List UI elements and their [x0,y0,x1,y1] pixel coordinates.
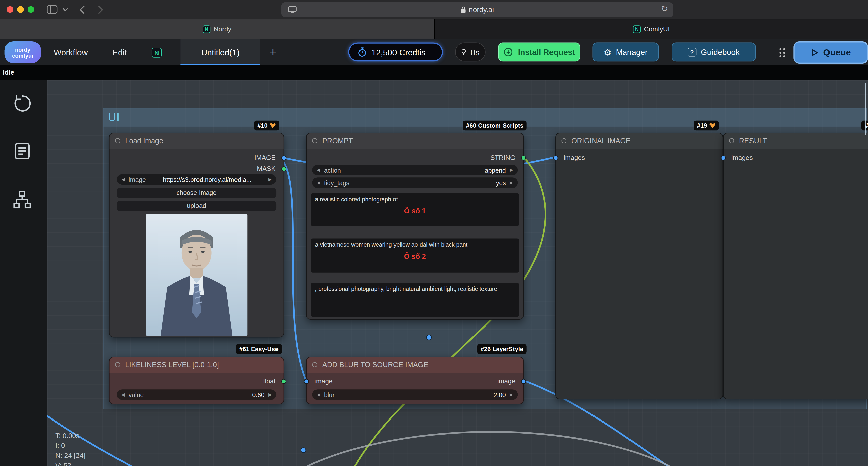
timer-pill[interactable]: 0s [455,42,486,61]
manager-label: Manager [616,47,648,56]
textarea-text: , professional photography, bright natur… [315,285,515,293]
manager-button[interactable]: ⚙ Manager [592,42,659,61]
guidebook-label: Guidebook [701,47,740,56]
node-order-badge: #10 [254,121,279,131]
collapse-dot-icon[interactable] [115,138,120,143]
node-add-blur[interactable]: ADD BLUR TO SOURCE IMAGE image image ◀ b… [306,357,524,404]
input-slot-images[interactable] [553,155,558,160]
node-header[interactable]: ORIGINAL IMAGE [556,133,722,149]
collapse-dot-icon[interactable] [729,138,734,143]
workflow-tab-untitled[interactable]: Untitled(1) [180,39,260,65]
image-path-widget[interactable]: ◀ image https://s3.prod.nordy.ai/media..… [117,174,276,185]
arrow-right-icon[interactable]: ▶ [510,392,513,397]
node-likeliness-level[interactable]: LIKELINESS LEVEL [0.0-1.0] float ◀ value… [109,357,284,404]
input-slot-image[interactable] [304,379,309,384]
address-bar[interactable]: nordy.ai ↻ [281,2,673,17]
output-slot-float[interactable] [281,379,286,384]
workflow-graph-icon[interactable] [11,190,33,210]
input-slot-images[interactable] [721,155,726,160]
collapse-dot-icon[interactable] [312,138,317,143]
node-header[interactable]: LIKELINESS LEVEL [0.0-1.0] [110,358,283,373]
action-widget[interactable]: ◀ action append ▶ [312,165,518,175]
node-original-image[interactable]: ORIGINAL IMAGE images [555,133,723,399]
node-header[interactable]: ADD BLUR TO SOURCE IMAGE [307,358,523,373]
tab-nordy[interactable]: N Nordy [0,19,434,39]
node-title: Load Image [125,133,163,149]
nordy-comfyui-logo[interactable]: nordy comfyui [4,41,41,63]
output-label-mask: MASK [257,164,276,173]
node-load-image[interactable]: Load Image IMAGE MASK ◀ image https://s3… [109,133,284,337]
arrow-left-icon[interactable]: ◀ [121,392,125,397]
menu-edit[interactable]: Edit [113,39,127,65]
node-order-badge: #26 LayerStyle [477,344,527,354]
arrow-left-icon[interactable]: ◀ [317,180,320,185]
lock-icon [460,6,466,13]
arrow-right-icon[interactable]: ▶ [510,168,513,173]
value-widget[interactable]: ◀ value 0.60 ▶ [117,389,276,400]
back-button[interactable] [79,5,85,14]
add-workflow-tab-button[interactable]: + [270,39,277,65]
widget-label: value [129,391,144,398]
output-label-image: image [497,377,516,386]
collapse-dot-icon[interactable] [312,362,317,367]
collapse-dot-icon[interactable] [115,362,120,367]
close-window-button[interactable] [6,6,13,12]
image-preview[interactable] [146,214,248,336]
slot-marker-2: Ô số 2 [315,253,515,260]
prompt-textarea-3[interactable]: , professional photography, bright natur… [311,282,519,317]
tab-label: ComfyUI [644,25,670,33]
upload-button[interactable]: upload [117,201,276,211]
history-icon[interactable] [11,94,33,113]
output-slot-mask[interactable] [281,166,286,171]
chevron-down-icon[interactable] [63,8,68,11]
grid-handle-icon[interactable] [779,48,785,57]
output-slot-image[interactable] [521,379,526,384]
node-canvas[interactable]: UI Load Image IMAGE MASK [47,80,868,466]
canvas-stats: T: 0.00s I: 0 N: 24 [24] V: 52 [55,431,85,466]
choose-image-button[interactable]: choose Image [117,188,276,198]
tab-comfyui[interactable]: N ComfyUI [434,19,868,39]
output-slot-image[interactable] [281,155,286,160]
node-header[interactable]: RESULT [723,133,868,149]
display-icon[interactable] [288,6,297,13]
arrow-left-icon[interactable]: ◀ [121,177,125,182]
widget-label: action [324,167,341,173]
node-title: PROMPT [322,133,353,149]
prompt-textarea-1[interactable]: a realistic colored photograph of Ô số 1 [311,193,519,226]
tidy-tags-widget[interactable]: ◀ tidy_tags yes ▶ [312,177,518,188]
log-document-icon[interactable] [11,141,33,161]
install-request-button[interactable]: Install Request [498,42,580,61]
queue-button[interactable]: Queue [793,41,868,64]
arrow-left-icon[interactable]: ◀ [317,392,320,397]
guidebook-button[interactable]: ? Guidebook [672,42,755,61]
active-tab-underline [180,64,260,65]
arrow-right-icon[interactable]: ▶ [510,180,513,185]
minimize-window-button[interactable] [17,6,24,12]
textarea-text: a vietnamese women wearing yellow ao-dai… [315,241,515,248]
widget-value: 2.00 [494,391,506,398]
node-prompt[interactable]: PROMPT STRING ◀ action append ▶ ◀ tidy_t… [306,133,524,320]
arrow-right-icon[interactable]: ▶ [269,177,272,182]
canvas-scrollbar[interactable] [865,83,867,135]
prompt-textarea-2[interactable]: a vietnamese women wearing yellow ao-dai… [311,238,519,272]
arrow-right-icon[interactable]: ▶ [269,392,272,397]
zoom-window-button[interactable] [28,6,34,12]
node-result[interactable]: RESULT images [723,133,868,399]
link-dot [426,335,432,340]
n-badge-icon[interactable]: N [152,47,162,58]
node-header[interactable]: Load Image [110,133,283,149]
output-slot-string[interactable] [521,155,526,160]
textarea-text: a realistic colored photograph of [315,196,515,203]
forward-button[interactable] [97,5,103,14]
collapse-dot-icon[interactable] [561,138,566,143]
blur-widget[interactable]: ◀ blur 2.00 ▶ [312,389,518,400]
credits-pill[interactable]: 12,500 Credtis [348,42,443,61]
logo-line1: nordy [15,46,30,52]
widget-value: 0.60 [252,391,265,398]
node-header[interactable]: PROMPT [307,133,523,149]
arrow-left-icon[interactable]: ◀ [317,168,320,173]
reload-icon[interactable]: ↻ [661,4,668,14]
menu-workflow[interactable]: Workflow [54,39,88,65]
download-circle-icon [503,47,514,57]
sidebar-toggle-icon[interactable] [46,5,58,14]
